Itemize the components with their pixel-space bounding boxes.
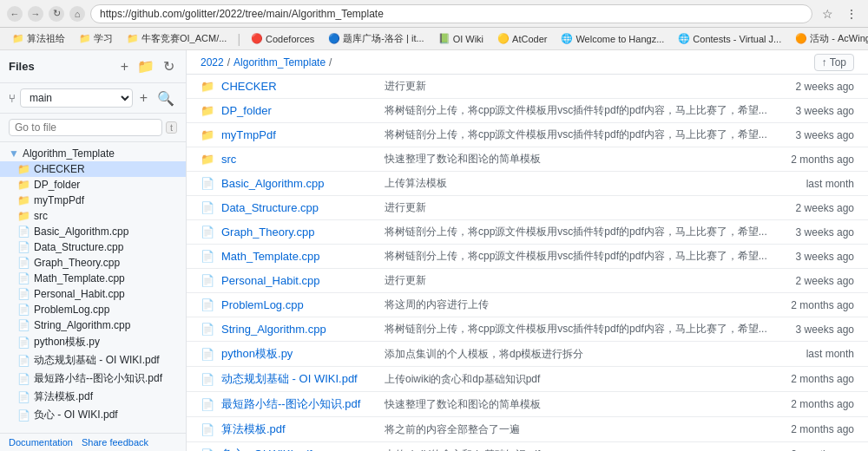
branch-icon: ⑂ [9,92,16,105]
breadcrumb-year[interactable]: 2022 [201,56,224,69]
file-icon: 📄 [17,241,30,253]
more-button[interactable]: ⋮ [842,4,861,23]
file-time: 3 weeks ago [776,324,854,336]
folder-icon: 📁 [17,179,30,191]
file-icon: 📄 [201,373,214,386]
bookmark-atcoder[interactable]: 🟡 AtCoder [492,31,552,46]
file-name[interactable]: 最短路小结--图论小知识.pdf [221,396,378,412]
file-list: 📁 CHECKER 进行更新 2 weeks ago 📁 DP_folder 将… [187,75,868,451]
home-button[interactable]: ⌂ [69,6,85,22]
share-feedback-link[interactable]: Share feedback [82,437,148,448]
bookmark-vjudge[interactable]: 🌐 Contests - Virtual J... [673,31,786,46]
file-name[interactable]: python模板.py [221,346,378,362]
file-desc: 上传oiwiki的贪心和dp基础知识pdf [385,372,769,387]
refresh-button[interactable]: ↻ [49,6,64,22]
tree-item-math-template[interactable]: 📄 Math_Template.cpp [0,271,186,286]
file-name[interactable]: 负心 - OI WIKI.pdf [221,447,378,451]
documentation-link[interactable]: Documentation [9,437,73,448]
file-time: last month [776,348,854,360]
file-name[interactable]: DP_folder [221,104,378,117]
file-time: 3 weeks ago [776,129,854,141]
file-icon: 📄 [17,373,30,385]
tree-item-label: Algorithm_Template [23,147,115,160]
tree-item-root[interactable]: ▼ Algorithm_Template [0,146,186,161]
file-name[interactable]: Graph_Theory.cpp [221,226,378,239]
file-icon: 📄 [17,226,30,238]
doc-link-bar: Documentation Share feedback [0,433,186,451]
refresh-tree-button[interactable]: ↻ [161,57,177,75]
tree-item-algo-pdf[interactable]: 📄 算法模板.pdf [0,388,186,406]
branch-select[interactable]: main [20,88,133,108]
sidebar-title: Files [9,60,35,73]
tree-item-greedy-pdf[interactable]: 📄 负心 - OI WIKI.pdf [0,406,186,424]
table-row: 📄 最短路小结--图论小知识.pdf 快速整理了数论和图论的简单模板 2 mon… [187,392,868,417]
add-file-button[interactable]: + [118,57,131,75]
file-time: 3 weeks ago [776,226,854,239]
tree-item-data-struct[interactable]: 📄 Data_Structure.cpp [0,239,186,255]
bookmark-suanfa[interactable]: 📁 算法祖给 [7,30,70,47]
bookmark-niuke[interactable]: 📁 牛客竞赛OI_ACM/... [122,30,232,47]
sidebar: Files + 📁 ↻ ⑂ main + 🔍 t ▼ Algorithm_Tem… [0,50,187,451]
table-row: 📄 动态规划基础 - OI WIKI.pdf 上传oiwiki的贪心和dp基础知… [187,367,868,392]
file-desc: 将树链剖分上传，将cpp源文件模板用vsc插件转pdf的pdf内容，马上比赛了，… [385,249,769,264]
file-name[interactable]: src [221,153,378,166]
star-button[interactable]: ☆ [818,4,837,23]
folder-icon: 📁 [201,80,214,93]
bookmark-acwing[interactable]: 🟠 活动 - AcWing [790,30,868,47]
tree-item-string-algo[interactable]: 📄 String_Algorithm.cpp [0,317,186,333]
bookmark-oiwiki[interactable]: 📗 OI Wiki [433,31,489,46]
branch-add-button[interactable]: + [137,89,150,107]
breadcrumb-sep1: / [227,56,230,69]
file-name[interactable]: String_Algorithm.cpp [221,323,378,336]
branch-search-button[interactable]: 🔍 [155,89,177,108]
file-name[interactable]: 动态规划基础 - OI WIKI.pdf [221,371,378,387]
file-name[interactable]: 算法模板.pdf [221,422,378,437]
tree-item-src[interactable]: 📁 src [0,208,186,224]
sidebar-header: Files + 📁 ↻ [0,50,186,83]
file-time: 3 weeks ago [776,251,854,263]
forward-button[interactable]: → [28,6,43,22]
tree-item-python[interactable]: 📄 python模板.py [0,333,186,351]
tree-item-dp-pdf[interactable]: 📄 动态规划基础 - OI WIKI.pdf [0,351,186,369]
tree-item-graph-theory[interactable]: 📄 Graph_Theory.cpp [0,255,186,271]
bookmark-luogu[interactable]: 🔵 题库广场-洛谷 | it... [323,30,429,47]
folder-icon: 📁 [17,210,30,222]
file-name[interactable]: Basic_Algorithm.cpp [221,177,378,190]
table-row: 📄 算法模板.pdf 将之前的内容全部整合了一遍 2 months ago [187,417,868,442]
bookmark-hangz[interactable]: 🌐 Welcome to Hangz... [556,31,669,46]
tree-item-label: Basic_Algorithm.cpp [34,226,128,238]
tree-item-dp-folder[interactable]: 📁 DP_folder [0,177,186,193]
file-name[interactable]: Math_Template.cpp [221,250,378,263]
back-button[interactable]: ← [7,6,23,22]
table-row: 📄 Basic_Algorithm.cpp 上传算法模板 last month [187,172,868,196]
file-name[interactable]: Data_Structure.cpp [221,201,378,214]
top-action-button[interactable]: ↑ Top [814,54,854,71]
folder-icon: ▼ [9,147,19,160]
address-bar[interactable] [90,4,812,23]
file-desc: 将树链剖分上传，将cpp源文件模板用vsc插件转pdf的pdf内容，马上比赛了，… [385,103,769,118]
tree-item-shortest-pdf[interactable]: 📄 最短路小结--图论小知识.pdf [0,369,186,388]
file-name[interactable]: myTmpPdf [221,128,378,141]
tree-item-basic-algo[interactable]: 📄 Basic_Algorithm.cpp [0,224,186,239]
tree-item-label: DP_folder [34,179,80,191]
tree-item-label: src [34,210,48,222]
folder-icon: 📁 [201,153,214,166]
file-icon: 📄 [201,348,214,361]
bookmark-codeforces[interactable]: 🔴 Codeforces [246,31,319,46]
file-icon: 📄 [201,398,214,411]
bookmark-xuexi[interactable]: 📁 学习 [74,30,118,47]
breadcrumb-folder[interactable]: Algorithm_Template [233,56,326,69]
file-icon: 📄 [17,337,30,349]
add-folder-button[interactable]: 📁 [135,57,157,75]
goto-file-input[interactable] [9,119,162,136]
file-name[interactable]: Personal_Habit.cpp [221,274,378,287]
tree-item-personal-habit[interactable]: 📄 Personal_Habit.cpp [0,286,186,302]
tree-item-mytmppdf[interactable]: 📁 myTmpPdf [0,193,186,208]
file-name[interactable]: CHECKER [221,80,378,93]
file-name[interactable]: ProblemLog.cpp [221,298,378,311]
tree-item-checker[interactable]: 📁 CHECKER [0,161,186,177]
file-icon: 📄 [17,257,30,269]
tree-item-problemlog[interactable]: 📄 ProblemLog.cpp [0,302,186,317]
bookmarks-bar: 📁 算法祖给 📁 学习 📁 牛客竞赛OI_ACM/... | 🔴 Codefor… [0,28,868,50]
sidebar-search: t [0,114,186,142]
